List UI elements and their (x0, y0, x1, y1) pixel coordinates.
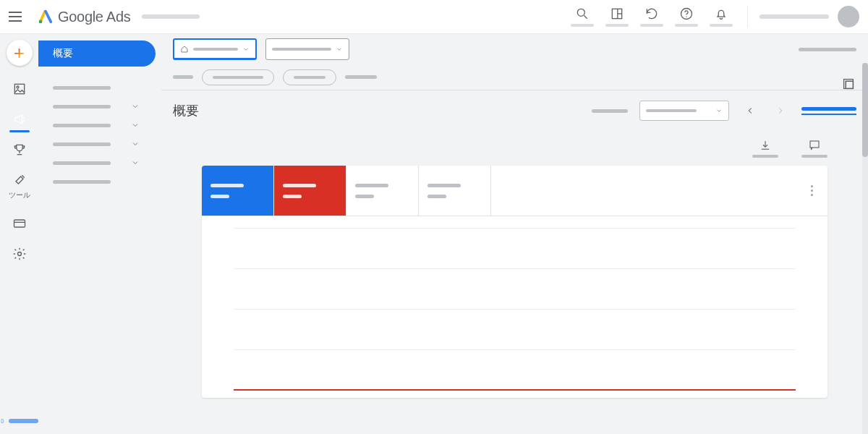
feedback-button[interactable] (801, 139, 827, 158)
chevron-down-icon (131, 102, 140, 111)
rail-item-billing[interactable] (5, 216, 34, 231)
svg-line-2 (584, 16, 587, 19)
product-logo[interactable]: Google Ads (38, 9, 130, 25)
chart-axis-highlight (234, 389, 796, 391)
app-header: Google Ads (0, 0, 868, 33)
content-wrap (161, 166, 868, 398)
left-rail: + ツール (0, 34, 38, 434)
filter-chip[interactable] (202, 69, 274, 85)
caret-down-icon (715, 107, 723, 114)
svg-point-0 (39, 20, 43, 23)
chevron-right-icon (775, 106, 786, 116)
metric-tile-4[interactable] (419, 166, 491, 216)
svg-point-13 (17, 252, 21, 256)
account-label-skeleton (142, 14, 200, 19)
feedback-icon (808, 139, 821, 152)
tools-icon (12, 173, 27, 187)
scope-row-link-skeleton[interactable] (799, 48, 856, 51)
summary-card (202, 166, 827, 398)
search-button[interactable] (565, 7, 600, 27)
notifications-button[interactable] (704, 7, 739, 27)
chart-gridline (234, 309, 796, 349)
date-prev-button[interactable] (741, 101, 760, 120)
home-icon (180, 45, 189, 54)
card-icon (12, 216, 27, 231)
card-menu-button[interactable] (806, 182, 817, 199)
caret-down-icon (336, 46, 343, 53)
scope-selector-campaign[interactable] (265, 38, 349, 60)
page-title: 概要 (173, 102, 199, 119)
create-button[interactable]: + (7, 40, 33, 66)
metric-tile-3[interactable] (346, 166, 419, 216)
filter-row (161, 64, 868, 90)
chevron-left-icon (745, 106, 755, 116)
avatar[interactable] (838, 6, 859, 27)
header-actions (565, 7, 739, 27)
compare-link[interactable] (801, 107, 856, 115)
metric-tile-2[interactable] (274, 166, 346, 216)
chevron-down-icon (131, 121, 140, 129)
download-icon (759, 139, 772, 152)
date-next-button[interactable] (771, 101, 790, 120)
rail-footer-link[interactable] (0, 414, 38, 428)
rail-item-goals[interactable] (5, 142, 34, 157)
product-name: Google Ads (58, 9, 130, 25)
sidebar-item[interactable] (38, 78, 156, 97)
rail-item-admin[interactable] (5, 247, 34, 261)
date-range-selector[interactable] (639, 101, 729, 121)
svg-rect-11 (14, 220, 25, 227)
toolbar-row (161, 131, 868, 166)
account-email-skeleton (760, 14, 829, 19)
scrollbar-thumb[interactable] (862, 63, 868, 157)
caret-down-icon (242, 46, 250, 53)
account-area (747, 6, 859, 27)
help-button[interactable] (669, 7, 704, 27)
refresh-icon (644, 7, 659, 21)
svg-rect-17 (846, 81, 853, 88)
chart-gridline (234, 228, 796, 268)
chart-gridline (234, 349, 796, 390)
image-icon (12, 82, 27, 96)
reports-icon (610, 7, 624, 21)
bell-icon (714, 7, 728, 21)
gear-icon (12, 247, 27, 261)
save-view-icon[interactable] (841, 76, 856, 92)
sidebar-item[interactable] (38, 97, 156, 116)
filter-more-skeleton[interactable] (345, 75, 377, 79)
chart-area (202, 216, 827, 398)
rail-item-overview[interactable] (5, 82, 34, 96)
search-icon (575, 7, 590, 21)
menu-icon[interactable] (9, 8, 26, 25)
svg-point-7 (686, 17, 686, 17)
logo-mark-icon (38, 9, 54, 25)
reports-button[interactable] (600, 7, 634, 27)
sidebar-item-overview[interactable]: 概要 (38, 41, 156, 67)
chevron-down-icon (131, 158, 140, 167)
filter-chip[interactable] (283, 69, 336, 85)
rail-item-campaigns[interactable] (5, 112, 34, 127)
svg-rect-20 (810, 141, 819, 148)
chevron-down-icon (131, 140, 140, 148)
sidebar-item-label: 概要 (53, 47, 73, 60)
download-button[interactable] (752, 139, 778, 158)
title-row: 概要 (161, 90, 868, 131)
date-label-skeleton (592, 109, 628, 113)
sidebar-item[interactable] (38, 153, 156, 172)
refresh-button[interactable] (634, 7, 669, 27)
sidebar-item[interactable] (38, 135, 156, 153)
mobile-icon (0, 414, 4, 428)
svg-rect-8 (14, 84, 24, 93)
metric-selector-row (202, 166, 827, 216)
trophy-icon (12, 142, 27, 157)
sidebar: 概要 (38, 34, 161, 434)
sidebar-item[interactable] (38, 172, 156, 191)
svg-point-1 (577, 9, 584, 16)
megaphone-icon (12, 112, 27, 127)
rail-item-tools[interactable]: ツール (5, 173, 34, 200)
scope-selector-account[interactable] (173, 38, 257, 60)
sidebar-item[interactable] (38, 116, 156, 135)
metric-tile-1[interactable] (202, 166, 274, 216)
svg-point-9 (17, 86, 19, 88)
main-panel: 概要 (161, 34, 868, 434)
chart-gridline (234, 268, 796, 309)
